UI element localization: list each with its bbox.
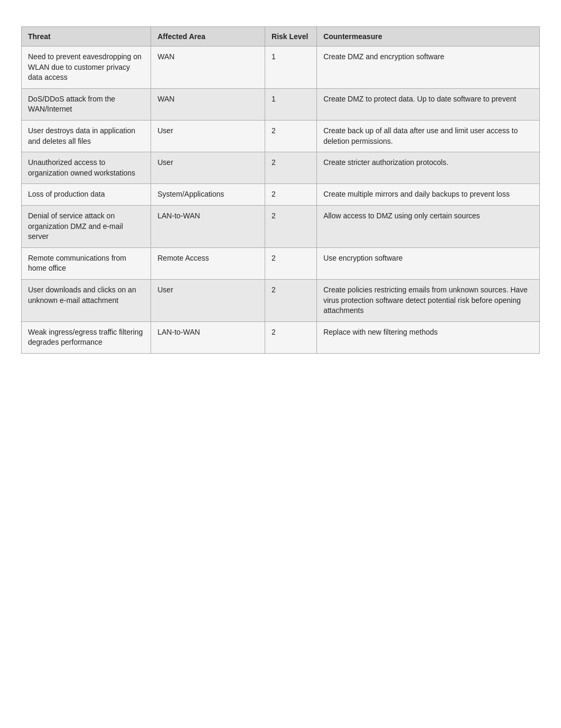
- cell-risk: 1: [265, 47, 317, 89]
- cell-risk: 2: [265, 247, 317, 279]
- cell-area: System/Applications: [151, 184, 265, 206]
- table-row: Remote communications from home officeRe…: [22, 247, 540, 279]
- col-header-threat: Threat: [22, 27, 151, 47]
- cell-area: LAN-to-WAN: [151, 205, 265, 247]
- cell-countermeasure: Create stricter authorization protocols.: [317, 152, 540, 184]
- cell-area: LAN-to-WAN: [151, 321, 265, 353]
- cell-countermeasure: Create DMZ to protect data. Up to date s…: [317, 88, 540, 120]
- cell-threat: Unauthorized access to organization owne…: [22, 152, 151, 184]
- col-header-area: Affected Area: [151, 27, 265, 47]
- table-row: Need to prevent eavesdropping on WLAN du…: [22, 47, 540, 89]
- table-header-row: Threat Affected Area Risk Level Counterm…: [22, 27, 540, 47]
- cell-countermeasure: Create policies restricting emails from …: [317, 279, 540, 321]
- cell-risk: 2: [265, 279, 317, 321]
- cell-area: WAN: [151, 47, 265, 89]
- col-header-countermeasure: Countermeasure: [317, 27, 540, 47]
- risk-table: Threat Affected Area Risk Level Counterm…: [21, 26, 540, 354]
- cell-countermeasure: Allow access to DMZ using only certain s…: [317, 205, 540, 247]
- cell-area: User: [151, 120, 265, 152]
- cell-area: Remote Access: [151, 247, 265, 279]
- main-table-container: Threat Affected Area Risk Level Counterm…: [21, 26, 540, 354]
- cell-risk: 2: [265, 205, 317, 247]
- cell-threat: User destroys data in application and de…: [22, 120, 151, 152]
- cell-area: User: [151, 279, 265, 321]
- cell-threat: Denial of service attack on organization…: [22, 205, 151, 247]
- cell-risk: 2: [265, 152, 317, 184]
- table-row: User destroys data in application and de…: [22, 120, 540, 152]
- cell-area: WAN: [151, 88, 265, 120]
- cell-threat: Remote communications from home office: [22, 247, 151, 279]
- cell-countermeasure: Create back up of all data after use and…: [317, 120, 540, 152]
- table-row: DoS/DDoS attack from the WAN/InternetWAN…: [22, 88, 540, 120]
- cell-risk: 2: [265, 321, 317, 353]
- table-row: Loss of production dataSystem/Applicatio…: [22, 184, 540, 206]
- col-header-risk: Risk Level: [265, 27, 317, 47]
- cell-countermeasure: Create DMZ and encryption software: [317, 47, 540, 89]
- table-row: Weak ingress/egress traffic filtering de…: [22, 321, 540, 353]
- cell-area: User: [151, 152, 265, 184]
- cell-threat: Need to prevent eavesdropping on WLAN du…: [22, 47, 151, 89]
- cell-threat: DoS/DDoS attack from the WAN/Internet: [22, 88, 151, 120]
- cell-countermeasure: Create multiple mirrors and daily backup…: [317, 184, 540, 206]
- cell-threat: User downloads and clicks on an unknown …: [22, 279, 151, 321]
- cell-risk: 1: [265, 88, 317, 120]
- table-row: Denial of service attack on organization…: [22, 205, 540, 247]
- cell-risk: 2: [265, 120, 317, 152]
- cell-threat: Loss of production data: [22, 184, 151, 206]
- cell-countermeasure: Use encryption software: [317, 247, 540, 279]
- cell-threat: Weak ingress/egress traffic filtering de…: [22, 321, 151, 353]
- table-row: User downloads and clicks on an unknown …: [22, 279, 540, 321]
- cell-countermeasure: Replace with new filtering methods: [317, 321, 540, 353]
- cell-risk: 2: [265, 184, 317, 206]
- table-row: Unauthorized access to organization owne…: [22, 152, 540, 184]
